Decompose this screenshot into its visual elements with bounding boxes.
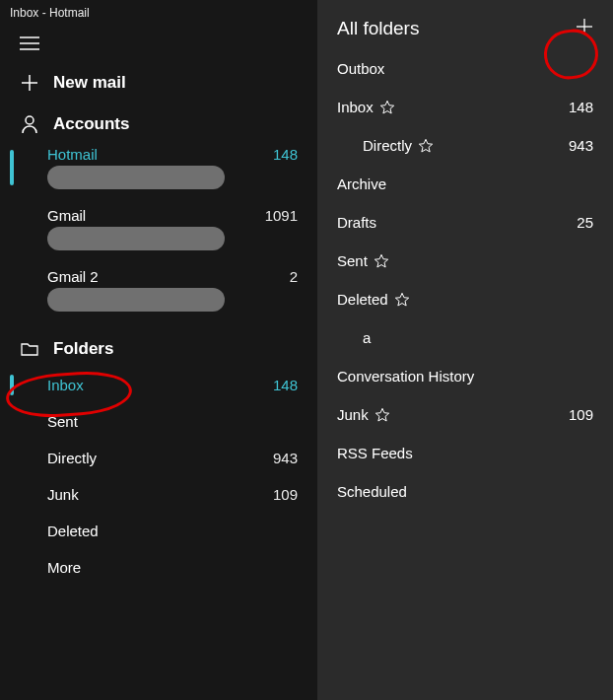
star-icon: [374, 253, 389, 269]
folders-label: Folders: [53, 339, 113, 359]
all-folders-item-6[interactable]: Deleted: [317, 280, 613, 318]
account-count: 148: [273, 146, 298, 163]
folder-name: a: [363, 329, 371, 346]
star-icon: [418, 138, 434, 154]
svg-marker-9: [419, 139, 432, 152]
folders-header[interactable]: Folders: [0, 325, 317, 367]
redacted-email: [47, 288, 225, 312]
svg-marker-8: [380, 101, 393, 113]
folder-name: Sent: [337, 252, 368, 269]
redacted-email: [47, 166, 225, 189]
folder-item-directly[interactable]: Directly943: [0, 440, 317, 476]
accounts-header[interactable]: Accounts: [0, 101, 317, 142]
account-name: Hotmail: [47, 146, 265, 164]
all-folders-item-4[interactable]: Drafts25: [317, 203, 613, 242]
star-icon: [379, 100, 395, 115]
folder-name: More: [47, 559, 298, 576]
svg-marker-12: [375, 408, 388, 421]
star-icon: [375, 407, 390, 423]
all-folders-item-8[interactable]: Conversation History: [317, 357, 613, 395]
folder-item-more[interactable]: More: [0, 549, 317, 586]
folder-name: Inbox: [47, 377, 273, 393]
all-folders-item-9[interactable]: Junk109: [317, 395, 613, 434]
folder-count: 109: [569, 406, 593, 423]
folder-name: Deleted: [47, 523, 298, 539]
folder-count: 109: [273, 486, 298, 503]
svg-marker-10: [375, 254, 387, 267]
account-item-0[interactable]: Hotmail148: [0, 142, 317, 193]
folder-name: Archive: [337, 175, 386, 192]
new-mail-label: New mail: [53, 73, 126, 93]
folder-name: Directly: [47, 450, 273, 466]
svg-marker-11: [395, 293, 408, 306]
account-item-2[interactable]: Gmail 22: [0, 264, 317, 315]
all-folders-item-5[interactable]: Sent: [317, 242, 613, 280]
folder-name: Inbox: [337, 99, 374, 115]
folder-name: Drafts: [337, 214, 376, 231]
folder-name: Junk: [47, 486, 273, 503]
star-icon: [394, 292, 410, 308]
folder-name: RSS Feeds: [337, 445, 413, 461]
add-folder-button[interactable]: [576, 18, 593, 39]
window-title: Inbox - Hotmail: [0, 0, 317, 26]
redacted-email: [47, 227, 225, 250]
folder-count: 25: [577, 214, 593, 231]
plus-icon: [20, 75, 39, 91]
all-folders-title: All folders: [337, 18, 576, 39]
all-folders-item-0[interactable]: Outbox: [317, 49, 613, 88]
folder-count: 148: [273, 377, 298, 393]
folder-count: 943: [569, 137, 593, 154]
account-item-1[interactable]: Gmail1091: [0, 203, 317, 254]
folder-item-inbox[interactable]: Inbox148: [0, 367, 317, 403]
svg-point-5: [26, 116, 34, 124]
person-icon: [20, 115, 39, 133]
all-folders-item-10[interactable]: RSS Feeds: [317, 434, 613, 472]
folder-name: Junk: [337, 406, 369, 423]
all-folders-item-2[interactable]: Directly943: [317, 126, 613, 165]
folder-name: Deleted: [337, 291, 388, 308]
folder-name: Outbox: [337, 60, 384, 77]
hamburger-button[interactable]: [0, 26, 317, 59]
folder-name: Scheduled: [337, 483, 407, 500]
folder-name: Conversation History: [337, 368, 474, 385]
folder-name: Directly: [363, 137, 412, 154]
all-folders-item-11[interactable]: Scheduled: [317, 472, 613, 511]
folder-icon: [20, 342, 39, 356]
folder-count: 943: [273, 450, 298, 466]
new-mail-button[interactable]: New mail: [0, 59, 317, 101]
folder-name: Sent: [47, 413, 298, 430]
folder-item-sent[interactable]: Sent: [0, 403, 317, 440]
accounts-label: Accounts: [53, 114, 129, 134]
account-count: 1091: [265, 207, 298, 224]
all-folders-item-7[interactable]: a: [317, 318, 613, 357]
account-name: Gmail: [47, 207, 257, 225]
folder-count: 148: [569, 99, 593, 115]
account-name: Gmail 2: [47, 268, 282, 286]
all-folders-item-3[interactable]: Archive: [317, 165, 613, 203]
all-folders-item-1[interactable]: Inbox148: [317, 88, 613, 126]
folder-item-junk[interactable]: Junk109: [0, 476, 317, 513]
folder-item-deleted[interactable]: Deleted: [0, 513, 317, 549]
account-count: 2: [290, 268, 298, 285]
